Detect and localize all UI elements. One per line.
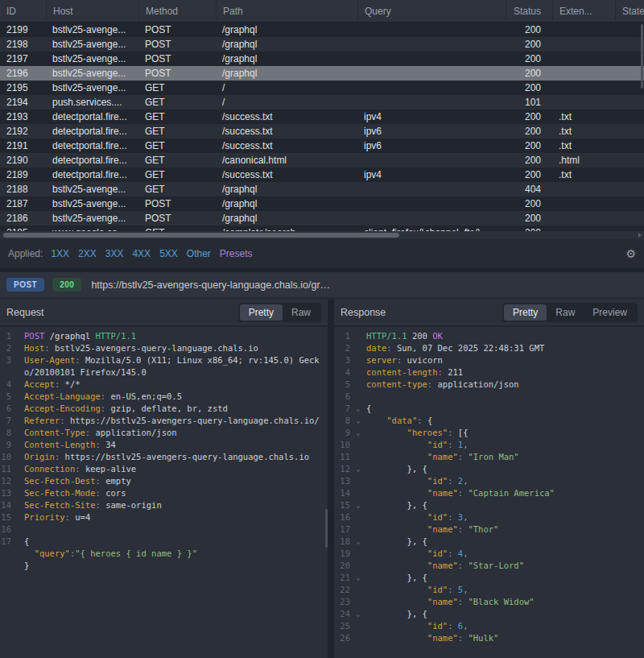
table-row-2185[interactable]: 2185www.google.co...GET/complete/searchc… [0, 226, 644, 231]
code-line: 6Accept-Encoding: gzip, deflate, br, zst… [0, 403, 328, 415]
code-line: o/20100101 Firefox/145.0 [0, 366, 328, 379]
applied-label: Applied: [8, 248, 43, 259]
fold-spacer [11, 499, 24, 511]
scrollbar-thumb[interactable] [3, 233, 399, 238]
filter-chip-3xx[interactable]: 3XX [105, 248, 124, 259]
table-row-2189[interactable]: 2189detectportal.fire...GET/success.txti… [0, 168, 644, 182]
request-editor-scrollbar[interactable] [325, 509, 328, 548]
code-line: 14Sec-Fetch-Site: same-origin [0, 499, 328, 511]
filter-chip-5xx[interactable]: 5XX [159, 248, 178, 259]
table-horizontal-scrollbar[interactable] [0, 231, 644, 239]
cell-query [357, 52, 506, 66]
cell-query [357, 197, 506, 211]
column-header-host[interactable]: Host [46, 0, 138, 23]
table-row-2199[interactable]: 2199bstlv25-avenge...POST/graphql200 [0, 23, 644, 37]
cell-host: detectportal.fire... [46, 124, 138, 139]
code-text: "id": 4, [366, 548, 468, 560]
gear-icon[interactable]: ⚙ [625, 247, 636, 260]
response-editor[interactable]: 1HTTP/1.1 200 OK2date: Sun, 07 Dec 2025 … [334, 327, 644, 658]
table-vertical-scrollbar[interactable] [641, 24, 643, 89]
table-row-2195[interactable]: 2195bstlv25-avenge...GET/200 [0, 81, 644, 95]
line-number: 9 [334, 427, 350, 439]
cell-path: /success.txt [216, 124, 357, 139]
column-header-ext[interactable]: Exten... [552, 0, 615, 23]
cell-method: GET [138, 95, 216, 110]
code-line: 4content-length: 211 [334, 366, 644, 379]
presets-link[interactable]: Presets [220, 248, 253, 259]
code-line: 12⌄ }, { [334, 463, 644, 475]
fold-chevron-icon[interactable]: ⌄ [350, 608, 366, 620]
fold-chevron-icon[interactable]: ⌄ [350, 499, 366, 511]
filter-chip-1xx[interactable]: 1XX [51, 248, 69, 259]
requests-table: IDHostMethodPathQueryStatusExten...State… [0, 0, 644, 231]
tab-raw[interactable]: Raw [283, 304, 320, 321]
code-text: "id": 1, [366, 439, 468, 451]
column-header-status[interactable]: Status [506, 0, 552, 23]
request-summary-bar: POST 200 https://bstlv25-avengers-query-… [0, 272, 644, 297]
cell-query [357, 211, 506, 226]
fold-chevron-icon[interactable]: ⌄ [350, 427, 366, 439]
filter-chip-4xx[interactable]: 4XX [132, 248, 151, 259]
fold-chevron-icon[interactable]: ⌄ [350, 415, 366, 427]
table-row-2193[interactable]: 2193detectportal.fire...GET/success.txti… [0, 110, 644, 124]
column-header-method[interactable]: Method [138, 0, 216, 23]
fold-chevron-icon[interactable]: ⌄ [350, 403, 366, 415]
table-row-2187[interactable]: 2187bstlv25-avenge...POST/graphql200 [0, 197, 644, 211]
tab-raw[interactable]: Raw [547, 304, 584, 321]
cell-host: push.services.... [46, 95, 138, 110]
table-row-2194[interactable]: 2194push.services....GET/101 [0, 95, 644, 110]
cell-ext [552, 226, 615, 231]
scroll-right-arrow-icon[interactable] [638, 233, 642, 238]
filter-chip-other[interactable]: Other [187, 248, 211, 259]
cell-path: /graphql [216, 23, 357, 37]
cell-status: 200 [506, 110, 552, 124]
cell-method: POST [138, 211, 216, 226]
cell-ext [552, 23, 615, 37]
cell-state [615, 139, 644, 153]
request-editor[interactable]: 1POST /graphql HTTP/1.12Host: bstlv25-av… [0, 327, 328, 658]
table-row-2197[interactable]: 2197bstlv25-avenge...POST/graphql200 [0, 52, 644, 66]
code-text: Sec-Fetch-Dest: empty [24, 475, 131, 487]
cell-query [357, 153, 506, 168]
table-row-2186[interactable]: 2186bstlv25-avenge...POST/graphql200 [0, 211, 644, 226]
table-row-2192[interactable]: 2192detectportal.fire...GET/success.txti… [0, 124, 644, 139]
fold-spacer [350, 451, 366, 463]
fold-chevron-icon[interactable]: ⌄ [350, 572, 366, 584]
fold-spacer [11, 427, 24, 439]
cell-state [615, 197, 644, 211]
code-line: 7Referer: https://bstlv25-avengers-query… [0, 415, 328, 427]
table-row-2188[interactable]: 2188bstlv25-avenge...GET/graphql404 [0, 182, 644, 197]
cell-status: 200 [506, 52, 552, 66]
cell-state [615, 66, 644, 81]
tab-pretty[interactable]: Pretty [504, 304, 547, 321]
cell-host: bstlv25-avenge... [46, 81, 138, 95]
request-url[interactable]: https://bstlv25-avengers-query-language.… [91, 279, 330, 291]
fold-chevron-icon[interactable]: ⌄ [350, 536, 366, 548]
table-row-2191[interactable]: 2191detectportal.fire...GET/success.txti… [0, 139, 644, 153]
column-header-state[interactable]: State [615, 0, 644, 23]
code-text: "data": { [366, 415, 432, 427]
tab-pretty[interactable]: Pretty [240, 304, 283, 321]
table-row-2198[interactable]: 2198bstlv25-avenge...POST/graphql200 [0, 37, 644, 52]
table-row-2190[interactable]: 2190detectportal.fire...GET/canonical.ht… [0, 153, 644, 168]
fold-spacer [11, 475, 24, 487]
panel-divider[interactable] [328, 300, 334, 658]
line-number: 3 [0, 354, 11, 366]
code-text: "name": "Star-Lord" [366, 560, 524, 572]
fold-spacer [11, 391, 24, 403]
code-text: Referer: https://bstlv25-avengers-query-… [24, 415, 320, 427]
tab-preview[interactable]: Preview [584, 304, 636, 321]
cell-method: GET [138, 182, 216, 197]
table-row-2196[interactable]: 2196bstlv25-avenge...POST/graphql200 [0, 66, 644, 81]
column-header-id[interactable]: ID [0, 0, 46, 23]
line-number: 8 [0, 427, 11, 439]
line-number: 6 [334, 391, 350, 403]
cell-host: bstlv25-avenge... [46, 23, 138, 37]
filter-chip-2xx[interactable]: 2XX [78, 248, 97, 259]
cell-ext: .txt [552, 110, 615, 124]
code-line: 15⌄ }, { [334, 499, 644, 511]
fold-chevron-icon[interactable]: ⌄ [350, 463, 366, 475]
column-header-path[interactable]: Path [216, 0, 357, 23]
cell-state [615, 37, 644, 52]
column-header-query[interactable]: Query [357, 0, 506, 23]
